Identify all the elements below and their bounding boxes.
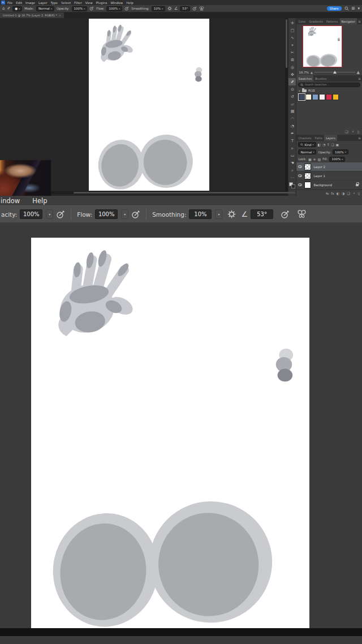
panel-tab-brushes[interactable]: Brushes <box>313 75 328 81</box>
panel-tab-swatches[interactable]: Swatches <box>296 75 313 81</box>
flow-dropdown[interactable]: ▾ <box>121 209 128 219</box>
move-tool-icon[interactable]: ✛ <box>288 19 296 27</box>
share-button[interactable]: Share <box>327 6 342 11</box>
layer-row-background[interactable]: Background <box>296 181 362 190</box>
layer-row-layer-2[interactable]: Layer 2 <box>296 162 362 171</box>
crop-tool-icon[interactable]: ✂ <box>288 49 296 56</box>
pen-tool-icon[interactable]: ✒ <box>288 130 296 137</box>
panel-tab-navigator[interactable]: Navigator <box>340 18 357 24</box>
filter-adjustment-icon[interactable]: ◔ <box>322 143 325 147</box>
path-selection-tool-icon[interactable]: ▹ <box>288 144 296 152</box>
smoothing-gear-icon[interactable] <box>167 6 172 11</box>
smoothing-dropdown[interactable]: ▾ <box>215 209 222 219</box>
swatch-search-box[interactable] <box>298 83 360 87</box>
magnified-canvas-zone[interactable] <box>0 223 362 636</box>
panel-tab-color[interactable]: Color <box>296 18 307 24</box>
menu-item-view[interactable]: View <box>85 1 93 5</box>
airbrush-pressure-icon[interactable] <box>192 6 197 11</box>
new-group-icon[interactable]: ❑ <box>347 191 350 195</box>
history-brush-tool-icon[interactable]: ↺ <box>288 93 296 100</box>
zoom-slider-knob[interactable] <box>333 71 337 74</box>
flow-field[interactable]: 100% <box>95 209 118 219</box>
opacity-field[interactable]: 100% <box>20 209 42 219</box>
search-icon[interactable] <box>344 6 349 11</box>
color-swatch-5[interactable] <box>333 94 339 100</box>
blend-mode-select[interactable]: Normal▾ <box>298 149 316 154</box>
airbrush-pressure-icon[interactable] <box>281 210 290 219</box>
color-swatch-3[interactable] <box>319 94 325 100</box>
new-layer-icon[interactable]: ＋ <box>352 191 356 196</box>
visibility-eye-icon[interactable] <box>298 183 302 186</box>
layer-row-layer-1[interactable]: Layer 1 <box>296 171 362 181</box>
background-color[interactable] <box>291 184 295 188</box>
foreground-background-colors[interactable] <box>289 182 295 188</box>
lock-pixels-icon[interactable]: ✛ <box>313 157 316 161</box>
filter-shape-icon[interactable]: ❑ <box>331 143 334 147</box>
menu-item-edit[interactable]: Edit <box>16 1 22 5</box>
new-group-icon[interactable]: ❑ <box>345 130 348 134</box>
navigator-preview[interactable] <box>303 25 342 67</box>
layer-filter-kind-select[interactable]: Kind▾ <box>298 142 316 147</box>
menu-item-filter[interactable]: Filter <box>74 1 82 5</box>
menu-item-help[interactable]: Help <box>32 197 47 205</box>
adjustment-layer-icon[interactable]: ◑ <box>342 191 344 195</box>
document-canvas-small[interactable] <box>89 19 209 191</box>
panel-tab-gradients[interactable]: Gradients <box>308 18 325 24</box>
panel-tab-paths[interactable]: Paths <box>313 135 325 141</box>
menu-item-type[interactable]: Type <box>50 1 58 5</box>
opacity-dropdown[interactable]: ▾ <box>46 209 53 219</box>
layer-name[interactable]: Layer 1 <box>313 174 325 178</box>
brush-angle-field[interactable]: 53° <box>180 6 190 11</box>
flow-field[interactable]: 100%▾ <box>106 6 122 11</box>
layer-name[interactable]: Layer 2 <box>313 165 325 169</box>
lock-transparency-icon[interactable]: ▦ <box>308 157 312 161</box>
zoom-slider[interactable] <box>314 72 355 72</box>
brush-tool-preset-icon[interactable]: ✐ <box>7 6 10 11</box>
smoothing-field[interactable]: 10% <box>189 209 212 219</box>
clone-stamp-tool-icon[interactable]: ⊙ <box>288 85 296 93</box>
vertical-scrollbar[interactable] <box>285 18 288 191</box>
gradient-tool-icon[interactable]: ▤ <box>288 108 296 115</box>
color-swatch-2[interactable] <box>312 94 318 100</box>
close-icon[interactable]: × <box>59 14 61 17</box>
blur-tool-icon[interactable]: ◠ <box>288 115 296 122</box>
chevron-right-icon[interactable]: ▸ <box>299 89 300 92</box>
panel-tab-channels[interactable]: Channels <box>296 135 313 141</box>
more-tools-icon[interactable]: ⋯ <box>288 174 296 181</box>
lock-position-icon[interactable]: ▨ <box>318 157 321 161</box>
layer-style-fx-icon[interactable]: fx <box>331 191 334 195</box>
workspace-grid-icon[interactable]: ⊞ <box>352 6 355 11</box>
layer-thumbnail[interactable] <box>304 164 311 170</box>
mode-select[interactable]: Normal▾ <box>36 6 54 11</box>
airbrush-opacity-icon[interactable] <box>89 6 94 11</box>
swatch-group-row[interactable]: ▸ RGB <box>296 88 362 93</box>
new-swatch-icon[interactable]: ＋ <box>351 129 355 134</box>
object-selection-tool-icon[interactable]: ⌖ <box>288 41 296 49</box>
dodge-tool-icon[interactable]: ◔ <box>288 122 296 130</box>
chevron-down-icon[interactable]: ▾ <box>357 6 360 11</box>
brush-angle-field[interactable]: 53° <box>251 209 273 219</box>
layer-thumbnail[interactable] <box>304 173 311 179</box>
filter-type-icon[interactable]: T <box>327 143 330 147</box>
eraser-tool-icon[interactable]: ▱ <box>288 100 296 108</box>
layer-name[interactable]: Background <box>313 183 332 187</box>
panel-menu-icon[interactable]: ≡ <box>357 75 362 81</box>
layer-thumbnail[interactable] <box>304 182 311 188</box>
airbrush-flow-icon[interactable] <box>124 6 129 11</box>
swatch-search-input[interactable] <box>305 83 358 86</box>
zoom-tool-icon[interactable]: ⌕ <box>288 166 296 174</box>
menu-item-select[interactable]: Select <box>61 1 71 5</box>
rectangle-tool-icon[interactable]: ▭ <box>288 152 296 159</box>
zoom-out-icon[interactable]: ▲ <box>311 71 313 74</box>
filter-pixel-icon[interactable]: ◧ <box>318 143 321 147</box>
menu-item-window-partial[interactable]: indow <box>1 197 20 205</box>
type-tool-icon[interactable]: T <box>288 137 296 144</box>
paint-symmetry-butterfly-icon[interactable] <box>297 209 307 219</box>
visibility-eye-icon[interactable] <box>298 174 302 177</box>
opacity-field[interactable]: 100%▾ <box>72 6 88 11</box>
panel-tab-patterns[interactable]: Patterns <box>325 18 340 24</box>
delete-layer-icon[interactable]: ▯ <box>358 191 360 195</box>
color-swatch-0[interactable] <box>299 94 305 100</box>
menu-item-layer[interactable]: Layer <box>38 1 47 5</box>
add-mask-icon[interactable]: ◐ <box>337 191 339 195</box>
